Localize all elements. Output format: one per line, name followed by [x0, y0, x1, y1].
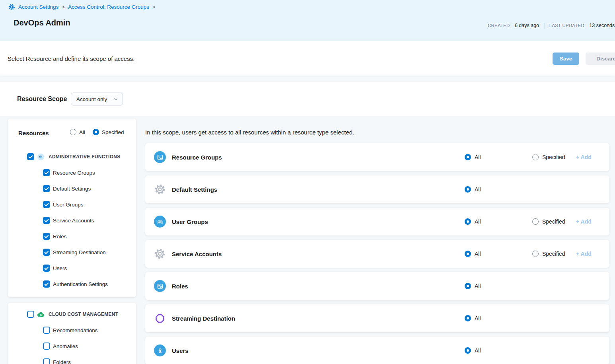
item-checkbox[interactable] — [43, 201, 50, 208]
resource-item[interactable]: User Groups — [8, 197, 136, 212]
resource-item[interactable]: Folders — [8, 354, 136, 364]
item-label: Recommendations — [53, 327, 98, 333]
radio-all[interactable]: All — [465, 283, 481, 289]
resource-item[interactable]: Default Settings — [8, 181, 136, 197]
save-button[interactable]: Save — [553, 53, 579, 65]
admin-module-icon — [37, 154, 44, 160]
radio-specified-label: Specified — [542, 251, 565, 257]
item-label: Roles — [53, 234, 67, 239]
resource-group-parent[interactable]: $ CLOUD COST MANAGEMENT — [8, 306, 136, 322]
radio-specified[interactable]: Specified — [532, 218, 565, 225]
resource-groups-icon — [154, 151, 166, 163]
resources-tree-cloud-cost: $ CLOUD COST MANAGEMENT Recommendations … — [8, 303, 136, 364]
radio-all[interactable]: All — [465, 218, 481, 225]
radio-specified[interactable]: Specified — [93, 129, 124, 135]
radio-all[interactable]: All — [465, 347, 481, 354]
item-label: Users — [53, 265, 67, 271]
item-checkbox[interactable] — [43, 343, 50, 350]
module-icon-slot: $ — [37, 311, 44, 318]
item-checkbox[interactable] — [43, 217, 50, 224]
radio-all-label: All — [475, 315, 481, 321]
breadcrumb-separator: > — [62, 4, 65, 10]
resource-scope-dropdown[interactable]: Account only — [71, 93, 123, 106]
resource-type-row: Roles All — [145, 272, 609, 300]
user-groups-icon — [154, 216, 166, 228]
group-checkbox[interactable] — [27, 311, 34, 318]
resource-group-parent[interactable]: ADMINISTRATIVE FUNCTIONS — [8, 149, 136, 165]
breadcrumb: Account Settings > Access Control: Resou… — [8, 4, 156, 10]
radio-all-label: All — [475, 347, 481, 354]
resource-item[interactable]: Authentication Settings — [8, 276, 136, 292]
group-label: CLOUD COST MANAGEMENT — [47, 311, 118, 317]
row-icon-slot — [154, 280, 166, 292]
resource-type-title: User Groups — [172, 218, 208, 225]
radio-all-label: All — [475, 283, 481, 289]
item-label: Default Settings — [53, 186, 91, 192]
row-icon-slot — [154, 248, 166, 260]
resource-type-title: Service Accounts — [172, 251, 222, 257]
group-label: ADMINISTRATIVE FUNCTIONS — [47, 154, 120, 160]
breadcrumb-account-settings[interactable]: Account Settings — [18, 4, 58, 10]
add-button[interactable]: + Add — [576, 251, 592, 257]
resources-panel-title: Resources — [18, 130, 49, 136]
group-children: Recommendations Anomalies Folders — [8, 322, 136, 364]
item-label: Folders — [53, 359, 71, 364]
radio-all-label: All — [475, 218, 481, 225]
add-button[interactable]: + Add — [576, 218, 592, 225]
last-updated-label: LAST UPDATED: — [549, 23, 586, 28]
radio-all-circle[interactable] — [465, 283, 471, 289]
radio-all-label: All — [475, 186, 481, 193]
resource-item[interactable]: Service Accounts — [8, 212, 136, 228]
resources-mode-radio-group: All Specified — [70, 129, 124, 135]
action-toolbar: Select Resource and define its scope of … — [0, 41, 615, 76]
item-checkbox[interactable] — [43, 169, 50, 176]
radio-all-circle[interactable] — [465, 154, 471, 160]
radio-all[interactable]: All — [465, 186, 481, 193]
resource-item[interactable]: Streaming Destination — [8, 244, 136, 260]
radio-all-circle[interactable] — [465, 218, 471, 225]
breadcrumb-access-control[interactable]: Access Control: Resource Groups — [68, 4, 149, 10]
settings-gear-icon — [154, 248, 166, 260]
resource-type-row: Resource Groups All Specified + Add — [145, 143, 609, 171]
radio-all-label: All — [475, 251, 481, 257]
item-label: User Groups — [53, 202, 84, 208]
radio-all[interactable]: All — [465, 251, 481, 257]
item-checkbox[interactable] — [43, 233, 50, 240]
discard-button[interactable]: Discard — [586, 53, 615, 65]
radio-all-circle[interactable] — [70, 129, 76, 135]
item-checkbox[interactable] — [43, 358, 50, 364]
radio-specified[interactable]: Specified — [532, 154, 565, 160]
row-icon-slot — [154, 183, 166, 195]
item-checkbox[interactable] — [43, 280, 50, 288]
item-checkbox[interactable] — [43, 249, 50, 256]
radio-all[interactable]: All — [70, 129, 85, 135]
add-button[interactable]: + Add — [576, 154, 592, 160]
radio-specified-circle[interactable] — [532, 218, 539, 225]
resource-item[interactable]: Anomalies — [8, 338, 136, 354]
group-checkbox[interactable] — [27, 153, 34, 160]
radio-specified-circle[interactable] — [93, 129, 99, 135]
resource-item[interactable]: Recommendations — [8, 322, 136, 338]
page-header: Account Settings > Access Control: Resou… — [0, 0, 615, 41]
radio-all[interactable]: All — [465, 315, 481, 321]
resource-item[interactable]: Resource Groups — [8, 165, 136, 181]
radio-all[interactable]: All — [465, 154, 481, 160]
radio-all-circle[interactable] — [465, 186, 471, 193]
item-checkbox[interactable] — [43, 327, 50, 334]
radio-all-circle[interactable] — [465, 347, 471, 354]
radio-all-label: All — [475, 154, 481, 160]
resource-item[interactable]: Roles — [8, 228, 136, 244]
item-checkbox[interactable] — [43, 185, 50, 192]
radio-all-circle[interactable] — [465, 251, 471, 257]
radio-specified-circle[interactable] — [532, 154, 539, 160]
item-checkbox[interactable] — [43, 265, 50, 272]
radio-specified[interactable]: Specified — [532, 251, 565, 257]
module-icon-slot — [37, 154, 44, 160]
radio-all-circle[interactable] — [465, 315, 471, 321]
radio-specified-circle[interactable] — [532, 251, 539, 257]
resource-item[interactable]: Users — [8, 260, 136, 276]
item-label: Anomalies — [53, 343, 78, 349]
radio-specified-label: Specified — [542, 218, 565, 225]
resource-type-rows: Resource Groups All Specified + Add Defa… — [145, 143, 609, 364]
resources-panel: Resources All Specified ADMINISTRATIVE F… — [8, 119, 136, 297]
